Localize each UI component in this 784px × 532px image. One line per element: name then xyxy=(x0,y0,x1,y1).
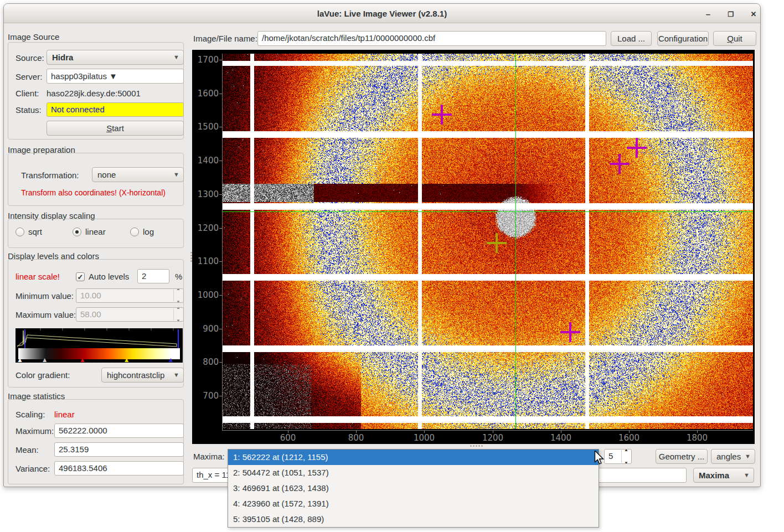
minimize-icon: – xyxy=(706,9,710,19)
quit-button[interactable]: Quit xyxy=(713,31,756,46)
maximum-marker-icon xyxy=(560,322,580,342)
radio-icon xyxy=(130,228,139,236)
maximum-value: 58.00 xyxy=(80,309,101,319)
histogram-widget[interactable]: ▲▲▲▲▲ xyxy=(16,328,183,363)
y-tick-label: 800 xyxy=(194,357,219,367)
y-tick-mark xyxy=(219,261,222,262)
source-label: Source: xyxy=(16,53,44,63)
y-tick-label: 1000 xyxy=(194,290,219,300)
x-axis-spine xyxy=(222,430,753,431)
radio-log-label: log xyxy=(143,227,154,236)
server-label: Server: xyxy=(16,72,42,81)
chevron-down-icon: ▼ xyxy=(109,71,117,81)
y-tick-label: 1700 xyxy=(194,55,219,65)
y-tick-label: 1500 xyxy=(194,122,219,132)
maxima-count-spinbox[interactable]: 5 ▲▼ xyxy=(604,449,632,464)
stats-scaling-value: linear xyxy=(54,410,75,419)
mouse-cursor xyxy=(594,451,605,465)
minimum-value-spinbox[interactable]: 10.00 ▲▼ xyxy=(76,288,184,303)
minimum-value-label: Minimum value: xyxy=(16,291,74,301)
radio-linear[interactable]: linear xyxy=(73,227,106,236)
detector-plot[interactable]: 1700160015001400130012001100100090080070… xyxy=(192,50,755,444)
maximum-marker-icon xyxy=(610,154,630,174)
maxima-label: Maxima: xyxy=(193,452,225,461)
maxima-count-value: 5 xyxy=(608,451,613,461)
geometry-button[interactable]: Geometry ... xyxy=(656,449,708,464)
radio-icon xyxy=(16,228,24,236)
y-tick-mark xyxy=(219,161,222,161)
stats-maximum-field[interactable]: 562222.0000 xyxy=(54,423,184,438)
y-tick-mark xyxy=(219,127,222,127)
auto-levels-percent-input[interactable]: 2 xyxy=(137,269,169,283)
percent-sign: % xyxy=(175,272,182,281)
maximum-marker-icon xyxy=(627,138,647,158)
maximum-value-spinbox[interactable]: 58.00 ▲▼ xyxy=(76,307,184,322)
angles-combobox[interactable]: angles ▼ xyxy=(711,449,755,464)
y-axis-spine xyxy=(222,54,223,431)
transformation-combobox[interactable]: none ▼ xyxy=(92,167,184,182)
maxima-popup-item[interactable]: 5: 395105 at (1428, 889) xyxy=(228,512,599,527)
maxima-popup-item[interactable]: 1: 562222 at (1212, 1155) xyxy=(228,450,599,465)
x-tick-mark xyxy=(356,430,357,433)
maximum-marker-icon xyxy=(487,233,507,253)
maxima-popup-item[interactable]: 4: 423960 at (1572, 1391) xyxy=(228,496,599,512)
color-gradient-combobox[interactable]: highcontrastclip ▼ xyxy=(101,368,184,383)
stats-mean-field[interactable]: 25.3159 xyxy=(54,442,184,457)
radio-sqrt[interactable]: sqrt xyxy=(16,227,42,236)
file-name-label: Image/File name: xyxy=(193,34,257,43)
maximum-value-label: Maximum value: xyxy=(16,310,76,319)
x-tick-label: 1200 xyxy=(476,433,509,443)
maxima-dropdown-popup[interactable]: 1: 562222 at (1212, 1155)2: 504472 at (1… xyxy=(228,449,599,528)
minimize-button[interactable]: – xyxy=(701,8,715,20)
maxima-popup-item[interactable]: 2: 504472 at (1051, 1537) xyxy=(228,465,599,481)
maximize-icon: ❐ xyxy=(728,11,734,18)
gradient-stop-marker[interactable]: ▲ xyxy=(79,357,86,363)
file-name-input[interactable]: /home/jkotan/scratch/files/tp11/00000000… xyxy=(257,31,606,46)
spin-arrows-icon[interactable]: ▲▼ xyxy=(173,290,183,302)
y-tick-mark xyxy=(219,396,222,396)
color-gradient-value: highcontrastclip xyxy=(107,370,164,380)
gradient-stop-marker[interactable]: ▲ xyxy=(42,357,48,363)
vertical-splitter-handle[interactable] xyxy=(190,251,192,263)
start-button[interactable]: Start xyxy=(47,121,184,136)
gradient-stop-marker[interactable]: ▲ xyxy=(17,357,23,363)
x-tick-mark xyxy=(629,430,630,433)
chevron-down-icon: ▼ xyxy=(744,468,750,482)
maximize-button[interactable]: ❐ xyxy=(724,8,738,20)
gradient-stop-marker[interactable]: ▲ xyxy=(168,357,174,363)
load-button[interactable]: Load ... xyxy=(611,31,652,46)
crosshair-horizontal-line xyxy=(223,211,753,212)
horizontal-splitter-handle[interactable] xyxy=(470,445,483,447)
titlebar[interactable]: laVue: Live Image Viewer (v2.8.1) – ❐ ✕ xyxy=(4,4,760,23)
chevron-down-icon: ▼ xyxy=(173,368,179,382)
maxima-popup-item[interactable]: 3: 469691 at (1623, 1438) xyxy=(228,481,599,496)
y-tick-mark xyxy=(219,94,222,94)
color-gradient-label: Color gradient: xyxy=(16,370,70,380)
x-tick-label: 800 xyxy=(339,433,373,443)
window-title: laVue: Live Image Viewer (v2.8.1) xyxy=(4,9,760,18)
stats-variance-field[interactable]: 496183.5406 xyxy=(54,461,184,476)
x-tick-mark xyxy=(288,430,288,433)
y-tick-label: 1600 xyxy=(194,89,219,99)
gradient-stop-marker[interactable]: ▲ xyxy=(123,357,130,363)
start-label: tart xyxy=(112,123,124,133)
x-tick-label: 1800 xyxy=(680,433,714,443)
spin-arrows-icon[interactable]: ▲▼ xyxy=(621,450,631,463)
close-icon: ✕ xyxy=(751,10,757,18)
y-tick-label: 900 xyxy=(194,324,219,334)
x-tick-mark xyxy=(697,430,698,433)
source-combobox[interactable]: Hidra ▼ xyxy=(47,50,184,65)
x-tick-label: 1000 xyxy=(408,433,441,443)
configuration-button[interactable]: Configuration xyxy=(657,31,709,46)
image-source-section-label: Image Source xyxy=(8,32,59,42)
transform-warning: Transform also coordinates! (X-horizonta… xyxy=(21,188,166,197)
server-combobox[interactable]: haspp03pilatus ▼ xyxy=(47,69,184,84)
stats-maximum-label: Maximum: xyxy=(16,426,54,436)
source-value: Hidra xyxy=(52,53,73,62)
auto-levels-checkbox[interactable]: ✓ xyxy=(76,272,85,281)
radio-log[interactable]: log xyxy=(130,227,154,236)
radio-sqrt-label: sqrt xyxy=(28,227,42,236)
close-button[interactable]: ✕ xyxy=(746,8,761,20)
spin-arrows-icon[interactable]: ▲▼ xyxy=(173,308,183,321)
tool-combobox[interactable]: Maxima ▼ xyxy=(693,468,754,483)
